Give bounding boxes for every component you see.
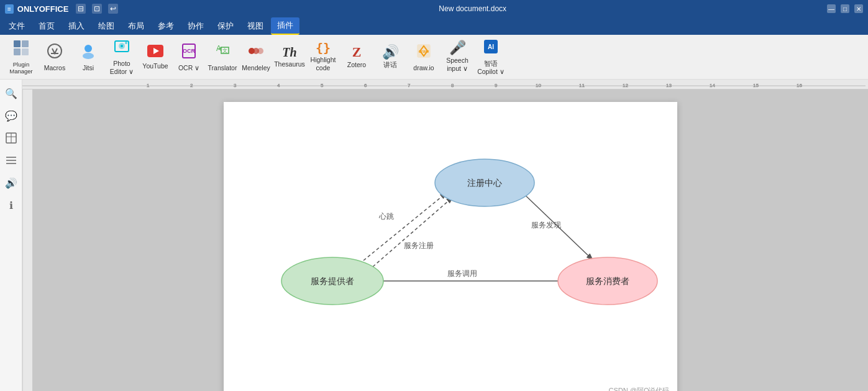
youtube-button[interactable]: YouTube bbox=[139, 38, 171, 76]
speech-input-label: Speechinput ∨ bbox=[446, 57, 468, 72]
drawio-label: draw.io bbox=[413, 64, 434, 72]
main-content-area: 1 2 3 4 5 6 7 8 9 10 11 12 13 14 15 16 bbox=[22, 80, 868, 391]
svg-text:15: 15 bbox=[753, 83, 759, 88]
translator-label: Translator bbox=[208, 64, 237, 72]
heartbeat-label: 心跳 bbox=[378, 212, 394, 221]
svg-point-6 bbox=[85, 45, 92, 52]
speech-label: 讲话 bbox=[383, 61, 397, 69]
speech-icon: 🔊 bbox=[382, 45, 399, 59]
svg-point-11 bbox=[125, 42, 127, 44]
thesaurus-icon: Th bbox=[282, 46, 296, 58]
app-logo: ≡ ONLYOFFICE bbox=[5, 4, 68, 14]
speech-button[interactable]: 🔊 讲话 bbox=[374, 38, 406, 76]
highlight-code-label: Highlightcode bbox=[311, 56, 336, 71]
ruler-left-svg bbox=[22, 90, 32, 391]
zotero-label: Zotero bbox=[347, 61, 366, 69]
comment-sidebar-icon[interactable]: 💬 bbox=[2, 107, 20, 124]
copilot-label: 智语Copilot ∨ bbox=[477, 60, 505, 75]
minimize-button[interactable]: — bbox=[827, 4, 836, 13]
title-bar: ≡ ONLYOFFICE ⊟ ⊡ ↩ New document.docx — □… bbox=[0, 0, 868, 17]
menu-insert[interactable]: 插入 bbox=[62, 18, 91, 34]
youtube-label: YouTube bbox=[142, 62, 168, 70]
invoke-label: 服务调用 bbox=[447, 269, 477, 278]
watermark: CSDN @阿Q说代码 bbox=[609, 386, 670, 391]
consumer-label: 服务消费者 bbox=[586, 276, 629, 286]
menu-view[interactable]: 视图 bbox=[241, 18, 270, 34]
photo-editor-icon bbox=[113, 38, 130, 58]
ruler-left bbox=[22, 90, 32, 391]
thesaurus-label: Thesaurus bbox=[274, 60, 305, 68]
svg-rect-1 bbox=[22, 40, 29, 47]
jitsi-icon bbox=[80, 42, 97, 62]
svg-point-4 bbox=[48, 44, 62, 58]
jitsi-label: Jitsi bbox=[83, 64, 94, 72]
svg-rect-2 bbox=[14, 48, 21, 55]
provider-label: 服务提供者 bbox=[311, 276, 354, 286]
translator-icon: A 文 bbox=[214, 42, 231, 62]
document-container: 注册中心 服务提供者 服务消费者 心跳 服务注册 服务发现 服务调用 CSDN … bbox=[32, 90, 868, 391]
macros-icon bbox=[46, 42, 63, 62]
document-title: New document.docx bbox=[118, 4, 827, 13]
jitsi-button[interactable]: Jitsi bbox=[72, 38, 104, 76]
photo-editor-button[interactable]: PhotoEditor ∨ bbox=[106, 38, 138, 76]
svg-text:4: 4 bbox=[277, 83, 280, 88]
drawio-button[interactable]: draw draw.io bbox=[408, 38, 440, 76]
speech-input-icon: 🎤 bbox=[449, 41, 466, 55]
ocr-button[interactable]: OCR OCR ∨ bbox=[173, 38, 205, 76]
menu-plugins[interactable]: 插件 bbox=[271, 17, 299, 35]
svg-text:2: 2 bbox=[190, 83, 193, 88]
macros-button[interactable]: Macros bbox=[39, 38, 71, 76]
info-sidebar-icon[interactable]: ℹ bbox=[2, 196, 20, 214]
search-sidebar-icon[interactable]: 🔍 bbox=[2, 85, 20, 102]
svg-point-10 bbox=[121, 45, 123, 47]
menu-reference[interactable]: 参考 bbox=[152, 18, 180, 34]
menu-file[interactable]: 文件 bbox=[2, 18, 31, 34]
menu-protect[interactable]: 保护 bbox=[211, 18, 240, 34]
toolbar-restore-icon[interactable]: ⊡ bbox=[92, 4, 102, 14]
app-name: ONLYOFFICE bbox=[17, 4, 69, 14]
mendeley-button[interactable]: Mendeley bbox=[240, 38, 272, 76]
toolbar-undo-icon[interactable]: ↩ bbox=[108, 4, 118, 14]
youtube-icon bbox=[147, 44, 164, 60]
left-sidebar: 🔍 💬 🔊 ℹ bbox=[0, 80, 22, 391]
svg-text:12: 12 bbox=[623, 83, 628, 88]
menu-home[interactable]: 首页 bbox=[32, 18, 61, 34]
plugin-manager-button[interactable]: PluginManager bbox=[5, 38, 37, 76]
menu-collaborate[interactable]: 协作 bbox=[181, 18, 210, 34]
close-button[interactable]: ✕ bbox=[854, 4, 863, 13]
restore-button[interactable]: □ bbox=[841, 4, 849, 13]
svg-text:13: 13 bbox=[666, 83, 672, 88]
register-label: 服务注册 bbox=[404, 241, 434, 250]
svg-text:11: 11 bbox=[579, 83, 585, 88]
svg-rect-3 bbox=[22, 48, 29, 55]
heartbeat-arrow bbox=[363, 192, 447, 260]
svg-text:6: 6 bbox=[364, 83, 367, 88]
mendeley-label: Mendeley bbox=[242, 64, 270, 72]
copilot-icon: AI bbox=[482, 38, 500, 58]
svg-point-20 bbox=[257, 48, 263, 54]
ocr-label: OCR ∨ bbox=[178, 64, 199, 72]
menu-layout[interactable]: 布局 bbox=[122, 18, 150, 34]
registry-label: 注册中心 bbox=[467, 178, 502, 188]
speech-input-button[interactable]: 🎤 Speechinput ∨ bbox=[441, 38, 473, 76]
zotero-button[interactable]: Z Zotero bbox=[340, 38, 373, 76]
thesaurus-button[interactable]: Th Thesaurus bbox=[273, 38, 306, 76]
copilot-button[interactable]: AI 智语Copilot ∨ bbox=[475, 38, 507, 76]
svg-text:7: 7 bbox=[408, 83, 411, 88]
svg-text:9: 9 bbox=[495, 83, 498, 88]
zotero-icon: Z bbox=[352, 45, 362, 59]
highlight-code-button[interactable]: {} Highlightcode bbox=[307, 38, 339, 76]
translator-button[interactable]: A 文 Translator bbox=[206, 38, 239, 76]
svg-text:draw: draw bbox=[419, 49, 429, 53]
svg-text:3: 3 bbox=[234, 83, 237, 88]
menu-draw[interactable]: 绘图 bbox=[92, 18, 121, 34]
toolbar-minimize-icon[interactable]: ⊟ bbox=[76, 4, 86, 14]
svg-text:14: 14 bbox=[710, 83, 715, 88]
ocr-icon: OCR bbox=[180, 42, 198, 62]
list-sidebar-icon[interactable] bbox=[2, 152, 20, 169]
plugins-toolbar: PluginManager Macros Jitsi bbox=[0, 35, 868, 80]
svg-text:AI: AI bbox=[488, 44, 494, 50]
ruler-top-svg: 1 2 3 4 5 6 7 8 9 10 11 12 13 14 15 16 bbox=[22, 80, 868, 90]
table-sidebar-icon[interactable] bbox=[2, 129, 20, 147]
speaker-sidebar-icon[interactable]: 🔊 bbox=[2, 174, 20, 191]
